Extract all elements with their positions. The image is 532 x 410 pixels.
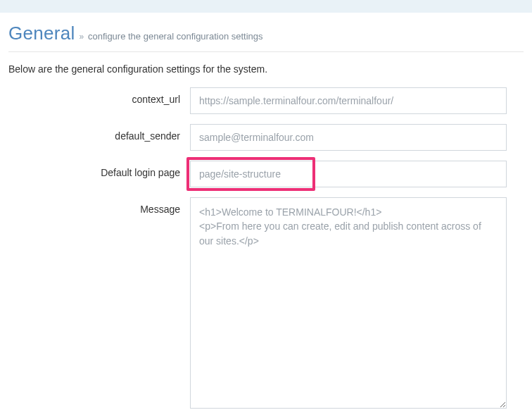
label-context-url: context_url [8, 87, 190, 105]
input-default-sender[interactable] [190, 124, 507, 151]
row-default-login-page: Default login page [8, 161, 524, 187]
intro-text: Below are the general configuration sett… [8, 52, 524, 87]
row-default-sender: default_sender [8, 124, 524, 151]
page-header: General » configure the general configur… [8, 23, 524, 52]
textarea-message[interactable] [190, 197, 507, 409]
label-default-sender: default_sender [8, 124, 190, 142]
page-subtitle: configure the general configuration sett… [88, 31, 263, 42]
page-subtitle-wrap: » configure the general configuration se… [80, 31, 263, 42]
page-title: General [8, 23, 75, 44]
input-context-url[interactable] [190, 87, 507, 114]
row-message: Message [8, 197, 524, 410]
top-bar [0, 0, 532, 13]
breadcrumb-separator: » [80, 32, 84, 42]
row-context-url: context_url [8, 87, 524, 114]
input-default-login-page[interactable] [190, 161, 507, 187]
label-default-login-page: Default login page [8, 161, 190, 178]
page-content: General » configure the general configur… [0, 13, 532, 410]
label-message: Message [8, 197, 190, 215]
